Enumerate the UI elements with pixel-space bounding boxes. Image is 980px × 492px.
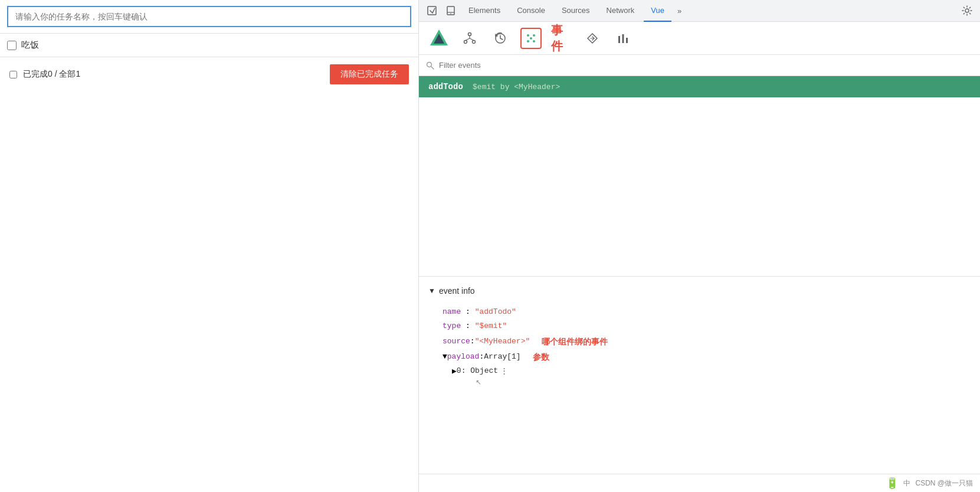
event-meta: $emit by <MyHeader> [468, 83, 560, 91]
event-label: 事件 [551, 22, 572, 54]
svg-line-11 [466, 38, 470, 41]
svg-point-8 [464, 40, 467, 43]
collapse-triangle[interactable]: ▼ [428, 287, 435, 295]
event-info-title: event info [439, 286, 475, 296]
task-footer-status: 已完成0 / 全部1 [23, 69, 80, 80]
task-checkbox[interactable] [7, 41, 17, 50]
select-all-checkbox[interactable] [9, 71, 17, 78]
event-info-header: ▼ event info [428, 286, 971, 296]
right-panel: Elements Console Sources Network Vue » [419, 0, 980, 492]
devtools-settings-button[interactable] [959, 2, 975, 19]
tab-network[interactable]: Network [599, 0, 642, 22]
payload-annotation: 参数 [533, 350, 549, 363]
svg-line-25 [431, 67, 434, 69]
filter-events-input[interactable] [439, 61, 973, 70]
svg-point-3 [450, 13, 451, 14]
lang-indicator: 中 [903, 478, 910, 488]
event-row[interactable]: addTodo $emit by <MyHeader> [419, 76, 980, 97]
task-item-label: 吃饭 [21, 40, 39, 51]
tab-more[interactable]: » [674, 0, 685, 22]
search-icon [426, 61, 434, 70]
prop-name-line: name : "addTodo" [428, 305, 971, 320]
filter-bar [419, 55, 980, 76]
iqiyi-icon: 🔋 [886, 477, 899, 490]
prop-type-line: type : "$emit" [428, 319, 971, 334]
tab-console[interactable]: Console [510, 0, 552, 22]
svg-point-14 [527, 34, 529, 37]
devtools-tabbar: Elements Console Sources Network Vue » [419, 0, 980, 22]
clear-completed-button[interactable]: 清除已完成任务 [330, 64, 409, 84]
event-info-panel: ▼ event info name : "addTodo" type : "$e… [419, 277, 980, 474]
task-footer: 已完成0 / 全部1 清除已完成任务 [0, 57, 418, 91]
main-area [0, 91, 418, 492]
prop-type-value: "$emit" [475, 322, 507, 330]
prop-payload-line: ▼ payload : Array[1] 参数 [428, 349, 971, 365]
svg-point-9 [473, 40, 476, 43]
prop-object-line: ▶ 0: Object ⋮ [428, 365, 971, 377]
source-annotation: 哪个组件绑的事件 [542, 335, 608, 348]
csdn-footer: 🔋 中 CSDN @做一只猫 [419, 474, 980, 492]
task-input[interactable] [7, 6, 411, 27]
svg-point-24 [427, 62, 432, 67]
tab-elements[interactable]: Elements [461, 0, 507, 22]
svg-point-16 [530, 37, 532, 40]
task-input-wrapper [0, 0, 418, 34]
prop-source-key: source [443, 336, 470, 348]
router-button[interactable] [582, 28, 603, 49]
vue-logo [428, 28, 450, 49]
svg-rect-0 [428, 6, 436, 15]
prop-source-value: "<MyHeader>" [475, 336, 530, 348]
performance-button[interactable] [612, 28, 634, 49]
object-menu-icon[interactable]: ⋮ [500, 366, 508, 376]
task-item-wrapper: 吃饭 [0, 34, 418, 57]
svg-point-18 [533, 40, 535, 42]
prop-payload-key: payload [447, 351, 480, 363]
vue-toolbar: 事件 [419, 22, 980, 55]
svg-rect-23 [626, 38, 628, 43]
event-name: addTodo [428, 82, 463, 91]
tab-vue[interactable]: Vue [644, 0, 671, 22]
svg-point-7 [468, 32, 471, 35]
prop-source-line: source : "<MyHeader>" 哪个组件绑的事件 [428, 334, 971, 349]
svg-point-4 [965, 9, 969, 12]
history-button[interactable] [490, 28, 511, 49]
cursor-area: ↖ [428, 377, 971, 389]
svg-line-12 [470, 38, 474, 41]
svg-point-17 [527, 40, 529, 42]
task-item: 吃饭 [7, 40, 411, 51]
tab-sources[interactable]: Sources [555, 0, 597, 22]
svg-point-15 [533, 34, 535, 37]
prop-payload-value: Array[1] [484, 351, 520, 363]
left-panel: 吃饭 已完成0 / 全部1 清除已完成任务 [0, 0, 419, 492]
svg-rect-21 [618, 36, 620, 43]
prop-name-value: "addTodo" [475, 307, 516, 316]
prop-name-key: name [443, 307, 461, 316]
prop-type-key: type [443, 322, 461, 330]
events-button[interactable] [520, 28, 542, 49]
task-footer-left: 已完成0 / 全部1 [9, 69, 80, 80]
prop-object-value: 0: Object [457, 366, 498, 375]
svg-rect-22 [622, 34, 624, 43]
csdn-badge: CSDN @做一只猫 [915, 478, 973, 488]
device-toolbar-button[interactable] [443, 2, 459, 19]
event-detail-empty [419, 97, 980, 276]
event-label-group: 事件 [551, 22, 572, 54]
component-tree-button[interactable] [459, 28, 480, 49]
inspect-element-button[interactable] [424, 2, 440, 19]
